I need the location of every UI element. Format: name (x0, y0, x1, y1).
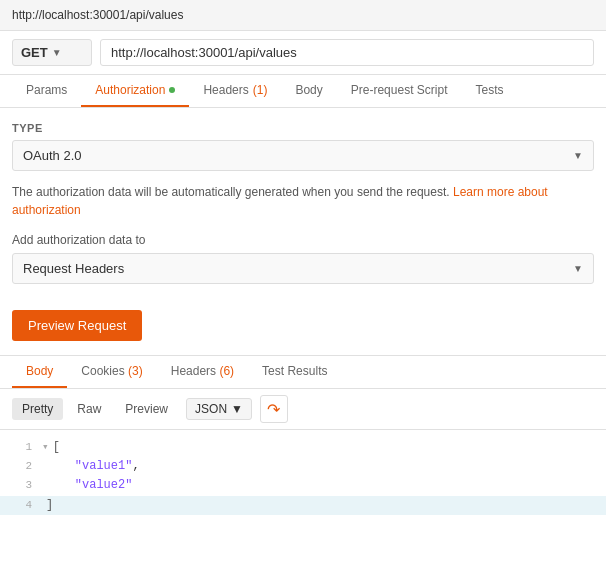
auth-info-static: The authorization data will be automatic… (12, 185, 450, 199)
method-select[interactable]: GET ▼ (12, 39, 92, 66)
auth-type-value: OAuth 2.0 (23, 148, 82, 163)
add-to-label: Add authorization data to (12, 233, 594, 247)
format-label: JSON (195, 402, 227, 416)
authorization-dot-icon (169, 87, 175, 93)
tab-headers[interactable]: Headers (1) (189, 75, 281, 107)
tab-authorization[interactable]: Authorization (81, 75, 189, 107)
line-number-4: 4 (8, 497, 32, 515)
add-to-chevron-icon: ▼ (573, 263, 583, 274)
add-to-dropdown[interactable]: Request Headers ▼ (12, 253, 594, 284)
format-dropdown[interactable]: JSON ▼ (186, 398, 252, 420)
code-line-1: 1 ▾ [ (0, 438, 606, 457)
raw-button[interactable]: Raw (67, 398, 111, 420)
response-tab-body[interactable]: Body (12, 356, 67, 388)
response-tabs: Body Cookies (3) Headers (6) Test Result… (0, 356, 606, 389)
pretty-button[interactable]: Pretty (12, 398, 63, 420)
word-wrap-icon: ↷ (267, 400, 280, 419)
preview-button[interactable]: Preview (115, 398, 178, 420)
add-to-value: Request Headers (23, 261, 124, 276)
response-headers-count-badge: (6) (219, 364, 234, 378)
headers-count-badge: (1) (253, 83, 268, 97)
tab-tests[interactable]: Tests (461, 75, 517, 107)
response-tab-test-results[interactable]: Test Results (248, 356, 341, 388)
preview-request-button[interactable]: Preview Request (12, 310, 142, 341)
tab-authorization-label: Authorization (95, 83, 165, 97)
response-tab-headers[interactable]: Headers (6) (157, 356, 248, 388)
tab-params-label: Params (26, 83, 67, 97)
tab-body[interactable]: Body (281, 75, 336, 107)
line-number-1: 1 (8, 439, 32, 457)
response-tab-cookies-label: Cookies (81, 364, 124, 378)
auth-type-chevron-icon: ▼ (573, 150, 583, 161)
response-tab-test-results-label: Test Results (262, 364, 327, 378)
tab-pre-request[interactable]: Pre-request Script (337, 75, 462, 107)
auth-type-dropdown[interactable]: OAuth 2.0 ▼ (12, 140, 594, 171)
code-line-4: 4 ] (0, 496, 606, 515)
cookies-count-badge: (3) (128, 364, 143, 378)
format-chevron-icon: ▼ (231, 402, 243, 416)
method-chevron-icon: ▼ (52, 47, 62, 58)
request-tabs: Params Authorization Headers (1) Body Pr… (0, 75, 606, 108)
code-content-4: ] (46, 496, 53, 515)
auth-section: TYPE OAuth 2.0 ▼ The authorization data … (0, 108, 606, 356)
code-area: 1 ▾ [ 2 "value1", 3 "value2" 4 ] (0, 430, 606, 523)
tab-body-label: Body (295, 83, 322, 97)
word-wrap-button[interactable]: ↷ (260, 395, 288, 423)
tab-pre-request-label: Pre-request Script (351, 83, 448, 97)
url-bar-text: http://localhost:30001/api/values (12, 8, 183, 22)
type-label: TYPE (12, 122, 594, 134)
code-content-3: "value2" (46, 476, 132, 495)
response-tab-cookies[interactable]: Cookies (3) (67, 356, 156, 388)
line-number-2: 2 (8, 458, 32, 476)
auth-info-text: The authorization data will be automatic… (12, 183, 594, 219)
method-label: GET (21, 45, 48, 60)
request-line: GET ▼ (0, 31, 606, 75)
response-tab-body-label: Body (26, 364, 53, 378)
tab-tests-label: Tests (475, 83, 503, 97)
code-content-2: "value1", (46, 457, 140, 476)
url-input[interactable] (100, 39, 594, 66)
tab-params[interactable]: Params (12, 75, 81, 107)
url-bar: http://localhost:30001/api/values (0, 0, 606, 31)
response-tab-headers-label: Headers (171, 364, 216, 378)
expand-icon-1[interactable]: ▾ (42, 439, 49, 457)
line-number-3: 3 (8, 477, 32, 495)
tab-headers-label: Headers (203, 83, 248, 97)
code-content-1: [ (53, 438, 60, 457)
code-line-2: 2 "value1", (0, 457, 606, 476)
code-line-3: 3 "value2" (0, 476, 606, 495)
response-toolbar: Pretty Raw Preview JSON ▼ ↷ (0, 389, 606, 430)
